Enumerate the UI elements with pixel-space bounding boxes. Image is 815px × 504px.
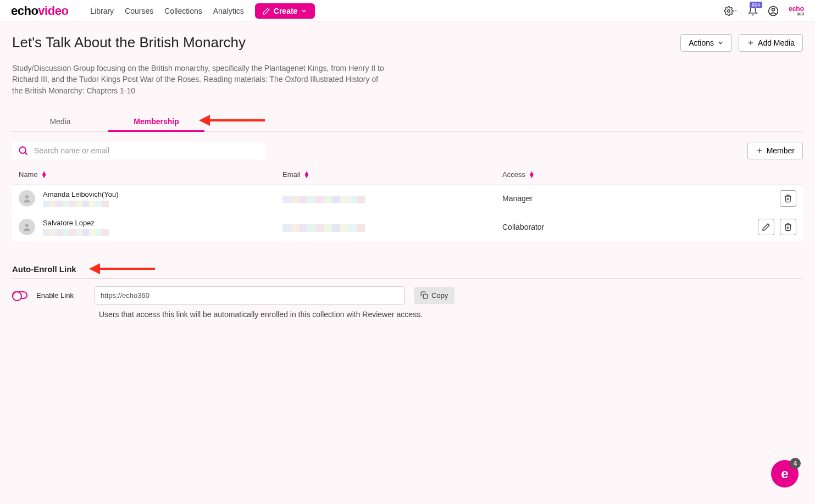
avatar [19,190,35,207]
sort-icon: ▲▼ [304,171,310,178]
sort-icon: ▲▼ [529,171,535,178]
search-input[interactable] [34,146,259,155]
enable-link-row: Enable Link Copy [12,286,803,304]
member-name: Salvatore Lopez [43,219,109,227]
gear-icon [724,6,734,16]
caret-down-icon [734,9,738,13]
logo-echo: echo [11,4,38,18]
auto-enroll-section-title: Auto-Enroll Link [12,264,803,279]
delete-member-button[interactable] [780,190,796,207]
trash-icon [784,223,792,231]
redacted-subtext [43,229,109,236]
logo-video: video [38,4,68,18]
main-nav: Library Courses Collections Analytics [90,7,243,15]
settings-button[interactable] [724,6,738,16]
pencil-icon [762,223,770,231]
tab-membership[interactable]: Membership [108,112,204,131]
plus-icon [747,39,755,47]
redacted-email [282,196,365,203]
enable-link-label: Enable Link [36,291,86,300]
user-circle-icon [768,5,779,16]
page-header: Let's Talk About the British Monarchy Ac… [12,34,803,52]
topbar-right: 604 echo 360 [724,5,804,16]
add-member-label: Member [767,146,795,155]
col-email-header[interactable]: Email ▲▼ [282,170,502,179]
user-icon [22,222,32,232]
add-media-button[interactable]: Add Media [739,34,803,52]
actions-label: Actions [689,38,714,47]
copy-icon [420,291,428,299]
auto-enroll-help-text: Users that access this link will be auto… [99,310,803,319]
tabs: Media Membership [12,112,803,132]
member-access: Manager [502,194,780,203]
notifications-button[interactable]: 604 [748,6,758,16]
add-media-label: Add Media [758,38,795,47]
mini-logo-sub: 360 [789,12,804,16]
svg-rect-11 [423,295,428,299]
sort-icon: ▲▼ [41,171,47,178]
delete-member-button[interactable] [780,219,796,235]
membership-toolbar: Member [12,142,803,159]
avatar [19,219,35,235]
nav-courses[interactable]: Courses [125,7,153,15]
search-icon [18,145,29,156]
trash-icon [784,194,792,203]
search-wrap [12,142,265,159]
auto-enroll-title-text: Auto-Enroll Link [12,264,76,274]
collection-description: Study/Discussion Group focusing on the B… [12,63,386,96]
redacted-subtext [43,201,109,207]
svg-line-6 [25,153,27,155]
table-header: Name ▲▼ Email ▲▼ Access ▲▼ [12,165,803,184]
plus-icon [756,147,763,154]
notification-badge: 604 [750,2,762,8]
member-name: Amanda Leibovich(You) [43,190,119,198]
col-email-label: Email [282,170,301,179]
nav-analytics[interactable]: Analytics [213,7,244,15]
svg-point-2 [772,8,774,11]
annotation-arrow-icon [199,114,265,130]
topbar: echovideo Library Courses Collections An… [0,0,815,22]
user-icon [22,193,32,203]
edit-member-button[interactable] [758,219,774,235]
col-name-label: Name [19,170,38,179]
col-name-header[interactable]: Name ▲▼ [19,170,282,179]
logo[interactable]: echovideo [11,4,68,18]
auto-enroll-link-input[interactable] [95,286,405,304]
svg-point-9 [25,195,29,198]
enable-link-toggle[interactable] [12,291,27,299]
page-title: Let's Talk About the British Monarchy [12,34,246,51]
actions-button[interactable]: Actions [680,34,732,52]
create-button[interactable]: Create [255,3,315,19]
nav-library[interactable]: Library [90,7,114,15]
svg-point-0 [728,9,730,12]
annotation-arrow-icon [89,262,155,279]
header-actions: Actions Add Media [680,34,803,52]
mini-brand-logo[interactable]: echo 360 [789,5,804,16]
add-member-button[interactable]: Member [747,142,803,159]
svg-point-5 [19,147,26,153]
redacted-email [282,224,365,232]
col-access-label: Access [502,170,525,179]
col-access-header[interactable]: Access ▲▼ [502,170,796,179]
nav-collections[interactable]: Collections [164,7,202,15]
copy-label: Copy [431,291,448,300]
table-row: Salvatore Lopez Collaborator [12,213,803,241]
page-content: Let's Talk About the British Monarchy Ac… [0,22,815,341]
chevron-down-icon [717,40,724,46]
wand-icon [263,7,270,15]
tab-media[interactable]: Media [12,112,108,131]
member-access: Collaborator [502,223,758,231]
copy-link-button[interactable]: Copy [414,287,454,304]
chevron-down-icon [301,8,307,14]
svg-point-10 [25,224,29,227]
table-row: Amanda Leibovich(You) Manager [12,184,803,213]
create-label: Create [274,7,298,15]
account-button[interactable] [768,5,779,16]
